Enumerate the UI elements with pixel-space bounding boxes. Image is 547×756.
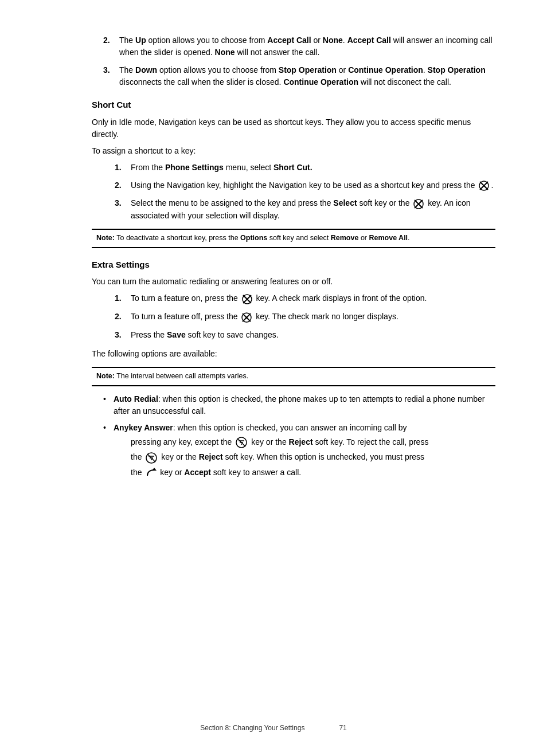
anykey-line3: the key or the Reject soft key. When thi… (114, 451, 495, 464)
page-footer: Section 8: Changing Your Settings 71 (0, 723, 547, 733)
text-the: The (119, 36, 135, 45)
anykey-answer-content: Anykey Answer: when this option is check… (114, 422, 495, 481)
stop-op-bold: Stop Operation (279, 65, 337, 75)
feature-on-icon (241, 293, 253, 305)
bullet-anykey-answer: • Anykey Answer: when this option is che… (97, 422, 495, 481)
svg-marker-22 (152, 468, 157, 471)
note1-remove-all: Remove All (369, 234, 408, 242)
text-after-up: option allows you to choose from (146, 36, 268, 45)
note1-text4: . (408, 234, 409, 242)
step2-num: 2. (115, 179, 128, 192)
note1-text: To deactivate a shortcut key, press the (115, 234, 240, 242)
note1-remove: Remove (331, 234, 359, 242)
stop-op-bold2: Stop Operation (428, 65, 486, 75)
extra-step-1: 1. To turn a feature on, press the key. … (103, 292, 495, 305)
footer-text: Section 8: Changing Your Settings 71 (200, 723, 347, 733)
auto-redial-text: : when this option is checked, the phone… (114, 394, 485, 416)
text-or2: or (337, 65, 348, 75)
select-icon (413, 198, 424, 210)
reject-bold-1: Reject (289, 437, 313, 446)
list-num-2: 2. (103, 34, 117, 58)
options-bullet-list: • Auto Redial: when this option is check… (97, 393, 495, 481)
step1-num: 1. (115, 162, 128, 174)
nav-ok-icon (478, 179, 490, 191)
list-num-3: 3. (103, 64, 117, 88)
note-box-2: Note: The interval between call attempts… (92, 367, 495, 386)
note1-options: Options (240, 234, 267, 242)
step2-content: Using the Navigation key, highlight the … (131, 179, 495, 192)
text-after-down: option allows you to choose from (157, 65, 279, 75)
list-item-3: 3. The Down option allows you to choose … (92, 64, 495, 88)
step3-num: 3. (115, 197, 128, 222)
select-bold: Select (333, 198, 357, 207)
extra-step1-content: To turn a feature on, press the key. A c… (131, 292, 495, 305)
reject-icon-2 (145, 451, 158, 464)
none-bold2: None (215, 48, 235, 57)
page: 2. The Up option allows you to choose fr… (0, 0, 547, 756)
anykey-line2: pressing any key, except the key or the … (114, 436, 495, 449)
extra-step2-num: 2. (115, 311, 128, 323)
text-period2: . (423, 65, 428, 75)
reject-icon-1 (235, 436, 248, 449)
extra-settings-steps: 1. To turn a feature on, press the key. … (92, 292, 495, 341)
accept-bold: Accept (184, 468, 211, 477)
short-cut-step-1: 1. From the Phone Settings menu, select … (103, 162, 495, 174)
accept-call-bold2: Accept Call (347, 36, 391, 45)
short-cut-step-3: 3. Select the menu to be assigned to the… (103, 197, 495, 222)
feature-off-icon (241, 311, 252, 323)
text-will-not-dis: will not disconect the call. (358, 77, 451, 87)
bullet-dot-1: • (103, 393, 111, 417)
numbered-list-top: 2. The Up option allows you to choose fr… (92, 34, 495, 88)
short-cut-step-2: 2. Using the Navigation key, highlight t… (103, 179, 495, 192)
note-box-1: Note: To deactivate a shortcut key, pres… (92, 229, 495, 248)
list-content-2: The Up option allows you to choose from … (119, 34, 495, 58)
extra-step2-content: To turn a feature off, press the key. Th… (131, 311, 495, 323)
extra-step-3: 3. Press the Save soft key to save chang… (103, 329, 495, 341)
extra-step3-content: Press the Save soft key to save changes. (131, 329, 495, 341)
text-disconnects: disconnects the call when the slider is … (119, 77, 283, 87)
section-text: Section 8: Changing Your Settings (200, 723, 304, 733)
text-the-down: The (119, 65, 135, 75)
anykey-bold: Anykey Answer (114, 423, 173, 432)
note1-text3: or (358, 234, 369, 242)
extra-settings-heading: Extra Settings (92, 258, 495, 272)
down-bold: Down (135, 65, 157, 75)
list-item-2: 2. The Up option allows you to choose fr… (92, 34, 495, 58)
auto-redial-content: Auto Redial: when this option is checked… (114, 393, 495, 417)
bullet-auto-redial: • Auto Redial: when this option is check… (97, 393, 495, 417)
short-cut-para2: To assign a shortcut to a key: (92, 145, 495, 157)
continue-op-bold: Continue Operation (348, 65, 423, 75)
step3-content: Select the menu to be assigned to the ke… (131, 197, 495, 222)
extra-settings-para2: The following options are available: (92, 348, 495, 360)
step1-content: From the Phone Settings menu, select Sho… (131, 162, 495, 174)
note2-text: The interval between call attempts varie… (115, 372, 248, 380)
short-cut-steps: 1. From the Phone Settings menu, select … (92, 162, 495, 222)
extra-step1-num: 1. (115, 292, 128, 305)
short-cut-para1: Only in Idle mode, Navigation keys can b… (92, 116, 495, 140)
list-content-3: The Down option allows you to choose fro… (119, 64, 495, 88)
text-period: . (343, 36, 347, 45)
none-bold: None (323, 36, 343, 45)
short-cut-heading: Short Cut (92, 99, 495, 112)
anykey-text-start: : when this option is checked, you can a… (173, 423, 407, 432)
up-bold: Up (135, 36, 146, 45)
note1-text2: soft key and select (267, 234, 330, 242)
svg-line-16 (237, 438, 245, 446)
accept-call-bold: Accept Call (267, 36, 311, 45)
short-cut-bold: Short Cut. (274, 163, 312, 172)
note1-label: Note: (96, 234, 115, 242)
text-or: or (311, 36, 323, 45)
note2-label: Note: (96, 372, 115, 380)
anykey-line4: the key or Accept soft key to answer a c… (114, 467, 495, 479)
svg-line-21 (147, 454, 155, 462)
extra-step3-num: 3. (115, 329, 128, 341)
text-will-not: will not answer the call. (235, 48, 320, 57)
continue-op-bold2: Continue Operation (283, 77, 358, 87)
save-bold: Save (167, 330, 186, 339)
reject-bold-2: Reject (199, 452, 223, 461)
phone-settings-bold: Phone Settings (165, 163, 224, 172)
extra-step-2: 2. To turn a feature off, press the key.… (103, 311, 495, 323)
auto-redial-bold: Auto Redial (114, 394, 158, 404)
page-number: 71 (339, 723, 346, 733)
answer-icon (145, 467, 157, 479)
